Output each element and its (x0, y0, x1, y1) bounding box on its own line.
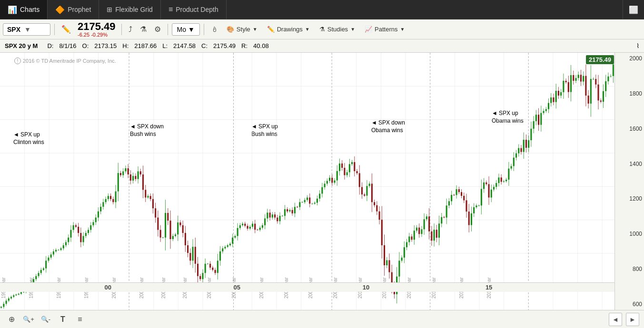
svg-rect-153 (150, 196, 151, 199)
svg-rect-421 (483, 183, 485, 189)
svg-rect-111 (98, 212, 99, 218)
svg-rect-315 (351, 162, 353, 164)
svg-rect-403 (461, 192, 462, 196)
studies-label: Studies (327, 26, 348, 33)
svg-rect-181 (185, 233, 186, 245)
svg-rect-509 (593, 79, 594, 79)
svg-rect-101 (85, 233, 87, 236)
pencil-icon: ✏️ (61, 25, 71, 34)
flask-button[interactable]: ⚗ (137, 23, 149, 36)
svg-rect-451 (520, 148, 522, 152)
svg-rect-463 (535, 115, 537, 121)
flask-icon: ⚗ (140, 25, 147, 34)
svg-rect-75 (53, 251, 54, 254)
range-label: R: (241, 42, 248, 49)
svg-rect-171 (172, 236, 174, 239)
svg-rect-63 (38, 273, 39, 276)
svg-rect-175 (177, 222, 178, 234)
svg-rect-61 (35, 276, 37, 279)
svg-rect-131 (122, 171, 124, 175)
svg-rect-377 (428, 216, 430, 231)
price-level-800: 800 (617, 266, 642, 272)
svg-rect-233 (249, 227, 251, 229)
svg-rect-205 (215, 270, 216, 273)
tab-flexible-grid[interactable]: ⊞ Flexible Grid (99, 0, 161, 19)
svg-rect-521 (607, 77, 609, 81)
text-tool-button[interactable]: T (56, 313, 69, 326)
low-value: 2147.58 (173, 42, 196, 49)
svg-rect-329 (369, 183, 370, 186)
candlestick-icon: 🕯 (211, 25, 218, 33)
svg-rect-417 (478, 205, 480, 206)
svg-rect-345 (388, 260, 390, 272)
tab-flexible-grid-label: Flexible Grid (115, 6, 153, 13)
price-display: 2175.49 -6.25 -0.29% (78, 21, 116, 38)
svg-rect-303 (337, 171, 338, 181)
zoom-in-button[interactable]: 🔍+ (22, 313, 35, 326)
text-tool-icon: T (60, 315, 65, 324)
candlestick-icon-btn[interactable]: 🕯 (208, 23, 221, 35)
svg-rect-279 (307, 198, 308, 200)
svg-rect-435 (501, 177, 502, 182)
tab-right-button[interactable]: ⬜ (623, 0, 644, 19)
chart-type-toggle[interactable]: ⌇ (636, 42, 639, 49)
svg-rect-411 (471, 213, 472, 225)
close-value: 2175.49 (213, 42, 236, 49)
indicator-button[interactable]: ≡ (73, 313, 87, 326)
svg-rect-305 (339, 164, 340, 171)
svg-rect-481 (558, 91, 559, 96)
style-button[interactable]: 🎨 Style ▼ (223, 24, 261, 35)
share-button[interactable]: ⤴ (126, 23, 135, 36)
crosshair-button[interactable]: ⊕ (5, 313, 18, 326)
tab-prophet[interactable]: 🔶 Prophet (48, 0, 99, 19)
svg-rect-157 (155, 208, 156, 217)
studies-button[interactable]: ⚗ Studies ▼ (316, 24, 359, 35)
svg-rect-215 (227, 245, 228, 247)
svg-rect-107 (92, 222, 94, 225)
period-selector[interactable]: Mo ▼ (172, 23, 200, 36)
svg-rect-117 (105, 199, 107, 202)
svg-rect-275 (301, 202, 303, 203)
svg-rect-525 (613, 65, 614, 76)
gear-button[interactable]: ⚙ (151, 23, 164, 36)
svg-rect-453 (523, 140, 525, 152)
pencil-button[interactable]: ✏️ (59, 23, 74, 36)
symbol-selector[interactable]: SPX ▼ (3, 23, 50, 36)
scroll-left-button[interactable]: ◄ (609, 313, 622, 326)
svg-rect-327 (366, 186, 367, 195)
sep1 (54, 24, 55, 35)
svg-rect-465 (538, 115, 539, 125)
svg-rect-391 (446, 205, 447, 217)
svg-rect-195 (202, 273, 203, 279)
drawings-icon: ✏️ (267, 26, 275, 33)
svg-rect-423 (485, 183, 487, 184)
drawings-button[interactable]: ✏️ Drawings ▼ (263, 24, 314, 35)
decade-00: 00 (104, 284, 111, 291)
svg-rect-73 (50, 254, 52, 257)
svg-rect-341 (384, 245, 385, 265)
svg-rect-241 (259, 228, 261, 230)
svg-rect-493 (573, 75, 574, 81)
svg-rect-385 (438, 223, 440, 238)
svg-rect-71 (48, 258, 49, 260)
tab-product-depth[interactable]: ≡ Product Depth (161, 0, 227, 19)
svg-rect-45 (15, 295, 17, 296)
zoom-out-button[interactable]: 🔍- (39, 313, 52, 326)
zoom-in-icon: 🔍+ (23, 316, 34, 323)
patterns-button[interactable]: 📈 Patterns ▼ (361, 24, 408, 35)
date-value: 8/1/16 (59, 42, 76, 49)
svg-rect-407 (466, 200, 467, 212)
svg-rect-459 (530, 129, 532, 140)
svg-rect-375 (426, 216, 427, 219)
scroll-right-button[interactable]: ► (626, 313, 639, 326)
svg-rect-507 (590, 79, 592, 104)
svg-rect-211 (222, 248, 223, 251)
svg-rect-287 (317, 199, 318, 203)
svg-rect-501 (583, 76, 584, 82)
svg-rect-513 (597, 85, 599, 101)
charts-icon: 📊 (8, 5, 17, 14)
svg-rect-485 (563, 81, 564, 92)
svg-rect-517 (603, 91, 604, 102)
tab-charts[interactable]: 📊 Charts (0, 0, 48, 19)
decade-bar: 00 05 10 15 (0, 282, 614, 292)
